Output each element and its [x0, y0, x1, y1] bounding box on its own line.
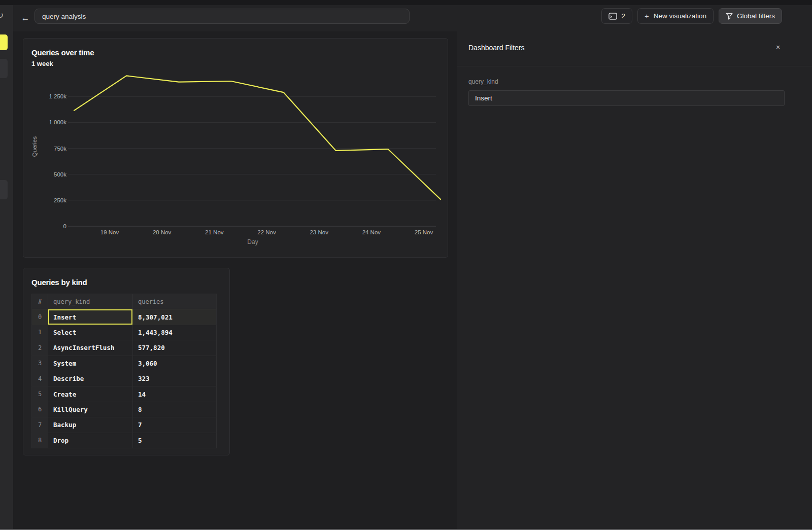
back-arrow-icon[interactable]: ←: [18, 11, 32, 25]
row-index-cell: 8: [32, 433, 48, 448]
filter-field-label: query_kind: [468, 78, 498, 85]
query-kind-cell[interactable]: AsyncInsertFlush: [48, 340, 133, 356]
table-row: 8Drop5: [32, 433, 217, 448]
table-row: 0Insert8,307,021: [32, 309, 217, 325]
main-content: Queries over time 1 week Queries Day 1 2…: [13, 31, 457, 530]
x-tick-label: 21 Nov: [198, 228, 230, 236]
query-kind-cell[interactable]: Backup: [48, 417, 133, 433]
row-index-cell: 5: [32, 386, 48, 402]
query-kind-cell[interactable]: Create: [48, 386, 133, 402]
x-tick-label: 25 Nov: [408, 228, 439, 236]
close-icon[interactable]: ×: [772, 42, 784, 53]
y-tick-label: 1 000k: [23, 118, 66, 126]
row-index-cell: 0: [32, 309, 48, 325]
table-row: 7Backup7: [32, 417, 217, 433]
global-filters-label: Global filters: [737, 12, 775, 20]
table-row: 6KillQuery8: [32, 402, 217, 417]
query-kind-cell[interactable]: System: [48, 356, 133, 371]
query-tabs-button[interactable]: 2: [601, 8, 632, 24]
table-row: 5Create14: [32, 386, 217, 402]
topbar: ← 2 + New visualization Global filters: [13, 5, 812, 31]
x-axis-label: Day: [238, 238, 268, 245]
row-index-cell: 4: [32, 371, 48, 386]
funnel-icon: [726, 13, 733, 20]
queries-series-line[interactable]: [74, 76, 441, 199]
row-index-cell: 1: [32, 325, 48, 340]
table-row: 4Describe323: [32, 371, 217, 386]
y-tick-label: 500k: [23, 170, 66, 179]
column-header-queries[interactable]: queries: [133, 294, 217, 309]
query-kind-cell[interactable]: Describe: [48, 371, 133, 386]
query-kind-cell[interactable]: Drop: [48, 433, 133, 448]
row-index-cell: 7: [32, 417, 48, 433]
query-kind-cell[interactable]: Insert: [48, 309, 133, 325]
queries-by-kind-card: Queries by kind # query_kind queries 0In…: [23, 268, 230, 455]
x-tick-label: 22 Nov: [251, 228, 283, 236]
query-kind-cell[interactable]: Select: [48, 325, 133, 340]
line-chart-svg: [23, 39, 449, 258]
dashboard-app: ↻ ← 2 + New visualization: [0, 0, 812, 530]
queries-count-cell[interactable]: 8,307,021: [133, 309, 217, 325]
window-top-strip: [0, 0, 812, 5]
sidebar-item-active[interactable]: [0, 34, 8, 50]
y-tick-label: 250k: [23, 196, 66, 204]
queries-count-cell[interactable]: 1,443,894: [133, 325, 217, 340]
x-tick-label: 20 Nov: [146, 228, 178, 236]
queries-count-cell[interactable]: 5: [133, 433, 217, 448]
global-filters-button[interactable]: Global filters: [719, 8, 782, 24]
queries-line-chart: Queries Day 1 250k1 000k750k500k250k019 …: [23, 39, 449, 258]
query-kind-cell[interactable]: KillQuery: [48, 402, 133, 417]
queries-count-cell[interactable]: 14: [133, 386, 217, 402]
sidebar-item[interactable]: [0, 59, 8, 78]
queries-by-kind-table: # query_kind queries 0Insert8,307,0211Se…: [31, 294, 217, 448]
column-header-query-kind[interactable]: query_kind: [48, 294, 133, 309]
queries-over-time-card: Queries over time 1 week Queries Day 1 2…: [23, 38, 448, 258]
topbar-actions: 2 + New visualization Global filters: [601, 8, 782, 24]
table-row: 3System3,060: [32, 356, 217, 371]
column-header-index[interactable]: #: [32, 294, 48, 309]
dashboard-filters-panel: Dashboard Filters × query_kind: [457, 31, 812, 530]
x-tick-label: 23 Nov: [303, 228, 335, 236]
table-title: Queries by kind: [31, 278, 87, 287]
row-index-cell: 3: [32, 356, 48, 371]
filter-value-input[interactable]: [468, 90, 785, 106]
y-tick-label: 0: [23, 222, 66, 230]
panel-divider: [457, 66, 812, 66]
sidebar: ↻: [0, 5, 13, 529]
y-tick-label: 750k: [23, 145, 66, 153]
x-tick-label: 19 Nov: [94, 228, 125, 236]
query-tabs-count: 2: [621, 12, 625, 20]
row-index-cell: 2: [32, 340, 48, 356]
row-index-cell: 6: [32, 402, 48, 417]
queries-count-cell[interactable]: 3,060: [133, 356, 217, 371]
sidebar-item[interactable]: [0, 180, 8, 199]
table-header-row: # query_kind queries: [32, 294, 217, 309]
table-row: 1Select1,443,894: [32, 325, 217, 340]
queries-count-cell[interactable]: 577,820: [133, 340, 217, 356]
history-icon[interactable]: ↻: [0, 10, 4, 21]
y-tick-label: 1 250k: [23, 92, 66, 100]
queries-count-cell[interactable]: 8: [133, 402, 217, 417]
queries-count-cell[interactable]: 7: [133, 417, 217, 433]
panel-title: Dashboard Filters: [468, 44, 525, 52]
table-row: 2AsyncInsertFlush577,820: [32, 340, 217, 356]
queries-count-cell[interactable]: 323: [133, 371, 217, 386]
x-tick-label: 24 Nov: [356, 228, 387, 236]
new-visualization-button[interactable]: + New visualization: [637, 8, 714, 24]
console-window-icon: [608, 13, 617, 20]
dashboard-title-input[interactable]: [35, 9, 410, 24]
plus-icon: +: [645, 12, 649, 20]
new-visualization-label: New visualization: [654, 12, 706, 20]
